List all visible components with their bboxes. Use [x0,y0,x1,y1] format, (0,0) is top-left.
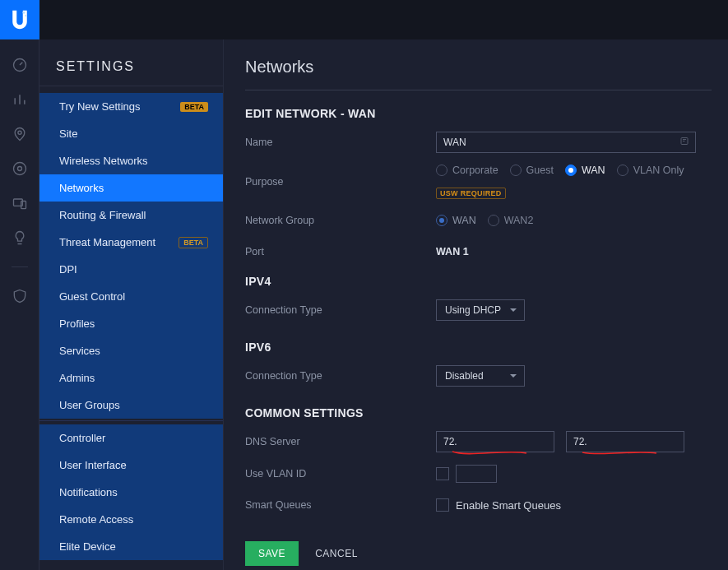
sidebar-item-label: Services [59,345,100,357]
sidebar-item-label: Remote Access [59,513,133,526]
main-content: Networks EDIT NETWORK - WAN Name Purpose… [224,39,728,570]
netgroup-wan-radio[interactable]: WAN [436,215,476,226]
cancel-button[interactable]: CANCEL [315,548,358,559]
network-name-input[interactable] [436,132,696,153]
sidebar-item-services[interactable]: Services [39,337,223,364]
sidebar-item-routing-firewall[interactable]: Routing & Firewall [39,202,223,229]
sidebar-item-dpi[interactable]: DPI [39,256,223,283]
beta-badge: BETA [179,237,208,248]
svg-point-4 [13,163,26,175]
purpose-corporate-radio[interactable]: Corporate [436,165,498,176]
svg-point-3 [17,131,21,134]
use-vlan-id-checkbox[interactable] [436,467,449,480]
sidebar-item-label: User Interface [59,459,127,471]
purpose-guest-radio[interactable]: Guest [510,165,554,176]
ipv4-conn-type-select[interactable]: Using DHCP [436,299,525,321]
port-label: Port [245,246,436,257]
input-tag-icon [679,137,689,149]
dashboard-icon[interactable] [11,56,29,74]
sidebar-item-user-interface[interactable]: User Interface [39,452,223,479]
sidebar-item-label: Admins [59,372,95,384]
sidebar-item-admins[interactable]: Admins [39,364,223,392]
sidebar-item-label: DPI [59,263,77,276]
settings-heading: SETTINGS [39,59,223,86]
netgroup-wan2-radio[interactable]: WAN2 [488,215,534,226]
u-logo-icon [7,7,32,32]
edit-network-heading: EDIT NETWORK - WAN [245,107,712,120]
common-settings-heading: COMMON SETTINGS [245,406,712,419]
devices-icon[interactable] [11,160,29,178]
name-label: Name [245,137,436,148]
sidebar-item-label: Site [59,127,77,140]
sidebar-item-guest-control[interactable]: Guest Control [39,283,223,310]
sidebar-item-label: User Groups [59,399,120,411]
enable-smart-queues-text: Enable Smart Queues [456,499,561,512]
svg-rect-7 [21,202,26,209]
sidebar-item-label: Elite Device [59,540,116,553]
purpose-vlan-radio[interactable]: VLAN Only [617,165,684,176]
svg-point-5 [17,167,21,171]
sidebar-item-label: Routing & Firewall [59,209,146,221]
sidebar-item-networks[interactable]: Networks [39,174,223,202]
sidebar-item-elite-device[interactable]: Elite Device [39,533,223,560]
save-button[interactable]: SAVE [245,541,299,566]
ipv4-conn-type-label: Connection Type [245,304,436,316]
smart-queues-label: Smart Queues [245,499,436,511]
brand-logo[interactable] [0,0,39,39]
sidebar-item-label: Guest Control [59,290,125,303]
svg-point-0 [23,12,26,14]
rail-divider [12,266,28,267]
vlan-id-input[interactable] [456,465,497,483]
clients-icon[interactable] [11,194,29,212]
sidebar-item-threat-management[interactable]: Threat ManagementBETA [39,229,223,256]
svg-point-1 [25,15,27,17]
sidebar-item-label: Notifications [59,486,118,498]
nav-group-secondary: ControllerUser InterfaceNotificationsRem… [39,420,223,560]
sidebar-item-label: Profiles [59,317,95,330]
sidebar-item-label: Networks [59,182,104,194]
sidebar-item-remote-access[interactable]: Remote Access [39,506,223,533]
ipv6-heading: IPV6 [245,341,712,354]
top-bar [0,0,728,39]
usw-required-badge: USW REQUIRED [436,188,506,199]
sidebar-item-controller[interactable]: Controller [39,424,223,452]
sidebar-item-wireless-networks[interactable]: Wireless Networks [39,147,223,174]
settings-sidebar: SETTINGS Try New SettingsBETASiteWireles… [39,39,224,570]
sidebar-item-label: Wireless Networks [59,155,148,167]
sidebar-item-label: Controller [59,432,105,444]
security-icon[interactable] [11,287,29,305]
insights-icon[interactable] [11,229,29,247]
statistics-icon[interactable] [11,90,29,109]
network-group-label: Network Group [245,215,436,226]
dns-server-label: DNS Server [245,436,436,447]
use-vlan-id-label: Use VLAN ID [245,468,436,480]
sidebar-item-user-groups[interactable]: User Groups [39,392,223,419]
ipv6-conn-type-label: Connection Type [245,370,436,382]
left-icon-rail [0,39,39,570]
purpose-wan-radio[interactable]: WAN [565,165,605,176]
page-title: Networks [245,58,712,90]
red-underline-2 [581,449,658,457]
sidebar-item-site[interactable]: Site [39,120,223,147]
map-icon[interactable] [11,125,29,143]
sidebar-item-try-new-settings[interactable]: Try New SettingsBETA [39,93,223,120]
ipv6-conn-type-select[interactable]: Disabled [436,365,525,387]
ipv4-heading: IPV4 [245,275,712,288]
sidebar-item-profiles[interactable]: Profiles [39,310,223,337]
port-value: WAN 1 [436,246,469,257]
enable-smart-queues-checkbox[interactable] [436,498,449,512]
sidebar-item-label: Try New Settings [59,100,141,113]
beta-badge: BETA [180,102,208,112]
purpose-label: Purpose [245,176,436,188]
red-underline-1 [451,449,528,457]
sidebar-item-label: Threat Management [59,236,155,248]
sidebar-item-notifications[interactable]: Notifications [39,479,223,506]
nav-group-primary: Try New SettingsBETASiteWireless Network… [39,93,223,419]
